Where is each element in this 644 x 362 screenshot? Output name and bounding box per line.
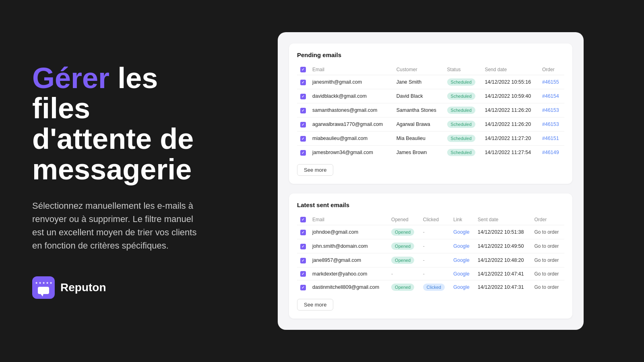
col-sent-order: Order bbox=[531, 214, 564, 225]
pending-see-more-button[interactable]: See more bbox=[297, 164, 333, 176]
row-checkbox[interactable] bbox=[300, 244, 306, 249]
opened-badge: Opened bbox=[391, 257, 414, 264]
cell-opened: Opened bbox=[388, 253, 420, 267]
pending-emails-table: Email Customer Status Send date Order ja… bbox=[297, 64, 564, 159]
table-row: samanthastones@gmail.com Samantha Stones… bbox=[297, 103, 564, 117]
row-checkbox[interactable] bbox=[300, 108, 306, 113]
logo-stars: ★ ★ ★ ★ ★ bbox=[35, 281, 52, 285]
cell-email: dastinmitchell809@gmail.com bbox=[309, 280, 388, 294]
cell-customer: Mia Beaulieu bbox=[393, 132, 444, 146]
cell-go-to-order[interactable]: Go to order bbox=[531, 225, 564, 239]
row-checkbox[interactable] bbox=[300, 285, 306, 290]
star-icon: ★ bbox=[35, 281, 38, 285]
cell-status: Scheduled bbox=[444, 103, 482, 117]
headline: Gérer les files d'attente de messagerie bbox=[32, 63, 201, 185]
star-icon: ★ bbox=[50, 281, 52, 285]
sent-emails-title: Latest sent emails bbox=[297, 202, 564, 208]
cell-clicked: - bbox=[423, 243, 425, 249]
row-checkbox[interactable] bbox=[300, 136, 306, 142]
cell-link[interactable]: Google bbox=[450, 280, 475, 294]
order-link[interactable]: #46153 bbox=[542, 107, 559, 113]
headline-highlight: Gérer bbox=[32, 62, 109, 94]
go-to-order-link[interactable]: Go to order bbox=[534, 243, 559, 249]
cell-send-date: 14/12/2022 11:26:20 bbox=[481, 117, 539, 132]
status-badge: Scheduled bbox=[447, 78, 475, 86]
cell-email: davidblackk@gmail.com bbox=[309, 89, 393, 103]
col-customer: Customer bbox=[393, 64, 444, 75]
order-link[interactable]: #46151 bbox=[542, 136, 559, 141]
opened-badge: Opened bbox=[391, 228, 414, 236]
cell-send-date: 14/12/2022 11:27:20 bbox=[481, 132, 539, 146]
cell-send-date: 14/12/2022 10:59:40 bbox=[481, 89, 539, 103]
cell-link[interactable]: Google bbox=[450, 253, 475, 267]
cell-customer: Samantha Stones bbox=[393, 103, 444, 117]
col-sent-date: Sent date bbox=[475, 214, 531, 225]
google-link[interactable]: Google bbox=[453, 229, 469, 235]
order-link[interactable]: #46149 bbox=[542, 150, 559, 155]
col-order: Order bbox=[539, 64, 564, 75]
cell-email: agarwalbrawa1770@gmail.com bbox=[309, 117, 393, 132]
go-to-order-link[interactable]: Go to order bbox=[534, 284, 559, 290]
cell-order[interactable]: #46149 bbox=[539, 146, 564, 160]
row-checkbox[interactable] bbox=[300, 94, 306, 99]
row-checkbox[interactable] bbox=[300, 271, 306, 277]
pending-emails-section: Pending emails Email Customer Status Sen… bbox=[289, 43, 572, 184]
right-panel: Pending emails Email Customer Status Sen… bbox=[225, 20, 644, 342]
star-icon: ★ bbox=[46, 281, 49, 285]
cell-order[interactable]: #46153 bbox=[539, 103, 564, 117]
row-checkbox[interactable] bbox=[300, 150, 306, 156]
cell-send-date: 14/12/2022 11:26:20 bbox=[481, 103, 539, 117]
cell-send-date: 14/12/2022 10:55:16 bbox=[481, 75, 539, 89]
logo-text: Reputon bbox=[60, 281, 106, 294]
star-icon: ★ bbox=[39, 281, 41, 285]
cell-customer: Jane Smith bbox=[393, 75, 444, 89]
cell-order[interactable]: #46153 bbox=[539, 117, 564, 132]
row-checkbox[interactable] bbox=[300, 122, 306, 128]
cell-go-to-order[interactable]: Go to order bbox=[531, 253, 564, 267]
cell-go-to-order[interactable]: Go to order bbox=[531, 267, 564, 280]
cell-link[interactable]: Google bbox=[450, 225, 475, 239]
cell-status: Scheduled bbox=[444, 117, 482, 132]
order-link[interactable]: #46153 bbox=[542, 121, 559, 127]
go-to-order-link[interactable]: Go to order bbox=[534, 257, 559, 263]
order-link[interactable]: #46154 bbox=[542, 93, 559, 99]
cell-opened: - bbox=[391, 271, 393, 277]
cell-email: janesmith@gmail.com bbox=[309, 75, 393, 89]
status-badge: Scheduled bbox=[447, 149, 475, 156]
cell-send-date: 14/12/2022 11:27:54 bbox=[481, 146, 539, 160]
google-link[interactable]: Google bbox=[453, 284, 469, 290]
cell-clicked: - bbox=[420, 225, 450, 239]
row-checkbox[interactable] bbox=[300, 80, 306, 85]
cell-order[interactable]: #46151 bbox=[539, 132, 564, 146]
select-all-checkbox[interactable] bbox=[300, 67, 306, 72]
col-opened: Opened bbox=[388, 214, 420, 225]
cell-customer: Agarwal Brawa bbox=[393, 117, 444, 132]
select-all-sent-checkbox[interactable] bbox=[300, 217, 306, 222]
cell-clicked: Clicked bbox=[420, 280, 450, 294]
cell-customer: David Black bbox=[393, 89, 444, 103]
sent-see-more-button[interactable]: See more bbox=[297, 299, 333, 311]
cell-order[interactable]: #46155 bbox=[539, 75, 564, 89]
google-link[interactable]: Google bbox=[453, 271, 469, 277]
cell-email: johndoe@gmail.com bbox=[309, 225, 388, 239]
status-badge: Scheduled bbox=[447, 135, 475, 142]
order-link[interactable]: #46155 bbox=[542, 79, 559, 85]
row-checkbox[interactable] bbox=[300, 230, 306, 235]
cell-go-to-order[interactable]: Go to order bbox=[531, 280, 564, 294]
cell-clicked: - bbox=[420, 267, 450, 280]
cell-go-to-order[interactable]: Go to order bbox=[531, 239, 564, 253]
col-status: Status bbox=[444, 64, 482, 75]
cell-link[interactable]: Google bbox=[450, 267, 475, 280]
cell-link[interactable]: Google bbox=[450, 239, 475, 253]
cell-status: Scheduled bbox=[444, 132, 482, 146]
status-badge: Scheduled bbox=[447, 121, 475, 128]
cell-clicked: - bbox=[420, 253, 450, 267]
sent-emails-table: Email Opened Clicked Link Sent date Orde… bbox=[297, 214, 564, 294]
row-checkbox[interactable] bbox=[300, 258, 306, 263]
cell-order[interactable]: #46154 bbox=[539, 89, 564, 103]
google-link[interactable]: Google bbox=[453, 257, 469, 263]
go-to-order-link[interactable]: Go to order bbox=[534, 271, 559, 277]
go-to-order-link[interactable]: Go to order bbox=[534, 229, 559, 235]
google-link[interactable]: Google bbox=[453, 243, 469, 249]
cell-opened: Opened bbox=[388, 225, 420, 239]
